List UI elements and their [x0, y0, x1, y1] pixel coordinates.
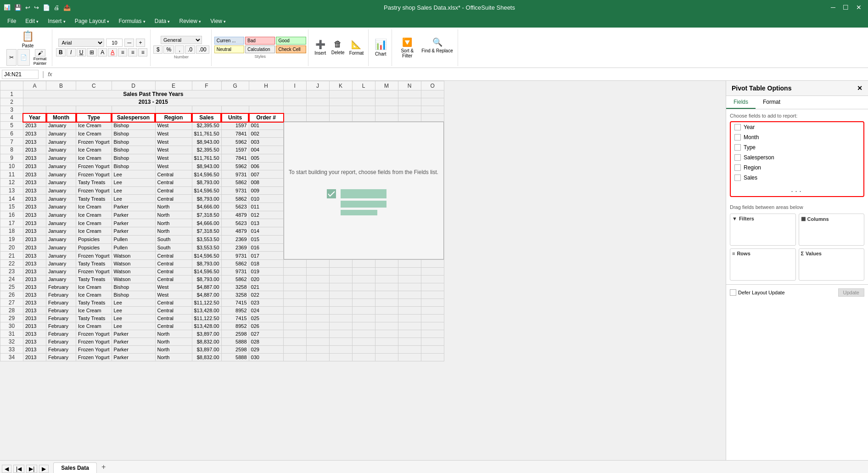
align-right-btn[interactable]: ≡: [138, 48, 147, 56]
data-cell-r29-c6[interactable]: 7415: [221, 315, 249, 322]
cell-r3-c1[interactable]: [46, 106, 76, 114]
menu-insert[interactable]: Insert ▾: [44, 17, 69, 25]
data-cell-r18-c5[interactable]: $7,318.50: [192, 227, 221, 236]
cell-r3-c6[interactable]: [221, 106, 249, 114]
data-cell-r25-c1[interactable]: February: [46, 283, 76, 291]
data-cell-r26-c1[interactable]: February: [46, 291, 76, 299]
empty-r2-c12[interactable]: [352, 98, 375, 106]
data-cell-r15-c7[interactable]: 011: [249, 203, 283, 211]
data-cell-r6-c4[interactable]: West: [155, 130, 192, 138]
data-cell-r24-c7[interactable]: 020: [249, 276, 283, 283]
data-cell-r16-c2[interactable]: Ice Cream: [76, 211, 112, 219]
data-cell-r27-c0[interactable]: 2013: [23, 299, 46, 307]
empty-r24-c11[interactable]: [329, 276, 352, 283]
empty-r33-c14[interactable]: [398, 346, 421, 354]
data-cell-r25-c3[interactable]: Bishop: [112, 283, 155, 291]
pivot-field-salesperson-checkbox[interactable]: [734, 154, 741, 161]
data-cell-r10-c6[interactable]: 5962: [221, 162, 249, 170]
empty-r31-c15[interactable]: [421, 330, 444, 338]
col-l[interactable]: L: [352, 81, 375, 90]
data-cell-r26-c5[interactable]: $4,887.00: [192, 291, 221, 299]
empty-r30-c10[interactable]: [306, 322, 329, 330]
minimize-btn[interactable]: ─: [828, 3, 838, 12]
pivot-field-month[interactable]: Month: [731, 132, 863, 142]
empty-r4-c9[interactable]: [283, 114, 306, 122]
empty-r34-c12[interactable]: [352, 354, 375, 361]
cell-r3-c5[interactable]: [192, 106, 221, 114]
empty-r32-c14[interactable]: [398, 338, 421, 346]
empty-r1-c10[interactable]: [306, 90, 329, 98]
data-cell-r6-c0[interactable]: 2013: [23, 130, 46, 138]
data-cell-r11-c1[interactable]: January: [46, 170, 76, 179]
data-cell-r21-c1[interactable]: January: [46, 252, 76, 260]
data-cell-r6-c5[interactable]: $11,761.50: [192, 130, 221, 138]
data-cell-r32-c5[interactable]: $8,832.00: [192, 338, 221, 346]
empty-r1-c13[interactable]: [375, 90, 398, 98]
data-cell-r31-c4[interactable]: North: [155, 330, 192, 338]
data-cell-r34-c5[interactable]: $8,832.00: [192, 354, 221, 361]
empty-r30-c13[interactable]: [375, 322, 398, 330]
data-cell-r33-c5[interactable]: $3,897.00: [192, 346, 221, 354]
delete-btn[interactable]: 🗑 Delete: [330, 39, 347, 56]
empty-r34-c14[interactable]: [398, 354, 421, 361]
row-header-16[interactable]: 16: [0, 211, 23, 219]
data-cell-r5-c6[interactable]: 1597: [221, 122, 249, 130]
data-cell-r17-c2[interactable]: Ice Cream: [76, 219, 112, 227]
data-cell-r7-c3[interactable]: Bishop: [112, 138, 155, 146]
data-cell-r20-c7[interactable]: 016: [249, 243, 283, 252]
empty-r32-c11[interactable]: [329, 338, 352, 346]
empty-r4-c14[interactable]: [398, 114, 421, 122]
pivot-field-sales-checkbox[interactable]: [734, 175, 741, 181]
data-cell-r12-c0[interactable]: 2013: [23, 178, 46, 186]
data-cell-r9-c4[interactable]: West: [155, 154, 192, 162]
data-cell-r6-c6[interactable]: 7841: [221, 130, 249, 138]
row-header-23[interactable]: 23: [0, 268, 23, 276]
data-cell-r11-c2[interactable]: Frozen Yogurt: [76, 170, 112, 179]
data-cell-r14-c0[interactable]: 2013: [23, 195, 46, 203]
data-cell-r13-c5[interactable]: $14,596.50: [192, 186, 221, 195]
menu-data[interactable]: Data ▾: [151, 17, 174, 25]
empty-r27-c10[interactable]: [306, 299, 329, 307]
cell-r3-c14[interactable]: [421, 106, 444, 114]
data-cell-r20-c5[interactable]: $3,553.50: [192, 243, 221, 252]
empty-r25-c15[interactable]: [421, 283, 444, 291]
defer-checkbox[interactable]: [730, 289, 736, 296]
data-cell-r33-c1[interactable]: February: [46, 346, 76, 354]
data-cell-r30-c4[interactable]: Central: [155, 322, 192, 330]
empty-r31-c11[interactable]: [329, 330, 352, 338]
empty-r31-c9[interactable]: [283, 330, 306, 338]
data-cell-r14-c2[interactable]: Tasty Treats: [76, 195, 112, 203]
data-cell-r33-c2[interactable]: Frozen Yogurt: [76, 346, 112, 354]
data-cell-r28-c2[interactable]: Ice Cream: [76, 307, 112, 315]
empty-r27-c13[interactable]: [375, 299, 398, 307]
data-cell-r13-c1[interactable]: January: [46, 186, 76, 195]
pivot-field-year-checkbox[interactable]: [734, 124, 741, 130]
data-cell-r19-c0[interactable]: 2013: [23, 235, 46, 243]
empty-r4-c15[interactable]: [421, 114, 444, 122]
col-j[interactable]: J: [306, 81, 329, 90]
empty-r24-c12[interactable]: [352, 276, 375, 283]
empty-r29-c14[interactable]: [398, 315, 421, 322]
data-cell-r6-c2[interactable]: Ice Cream: [76, 130, 112, 138]
empty-r30-c11[interactable]: [329, 322, 352, 330]
row-header-13[interactable]: 13: [0, 186, 23, 195]
data-cell-r12-c7[interactable]: 008: [249, 178, 283, 186]
data-cell-r34-c6[interactable]: 5888: [221, 354, 249, 361]
empty-r28-c10[interactable]: [306, 307, 329, 315]
empty-r22-c11[interactable]: [329, 260, 352, 268]
data-cell-r8-c6[interactable]: 1597: [221, 146, 249, 154]
data-cell-r14-c5[interactable]: $8,793.00: [192, 195, 221, 203]
empty-r2-c14[interactable]: [398, 98, 421, 106]
data-cell-r18-c1[interactable]: January: [46, 227, 76, 236]
data-cell-r23-c0[interactable]: 2013: [23, 268, 46, 276]
data-cell-r21-c6[interactable]: 9731: [221, 252, 249, 260]
cell-r3-c4[interactable]: [155, 106, 192, 114]
data-cell-r30-c3[interactable]: Lee: [112, 322, 155, 330]
empty-r29-c9[interactable]: [283, 315, 306, 322]
pivot-field-sales[interactable]: Sales: [731, 173, 863, 183]
header-cell-region[interactable]: Region: [155, 114, 192, 122]
data-cell-r10-c4[interactable]: West: [155, 162, 192, 170]
format-btn[interactable]: 📐 Format: [347, 39, 366, 56]
empty-r23-c13[interactable]: [375, 268, 398, 276]
data-cell-r28-c1[interactable]: February: [46, 307, 76, 315]
